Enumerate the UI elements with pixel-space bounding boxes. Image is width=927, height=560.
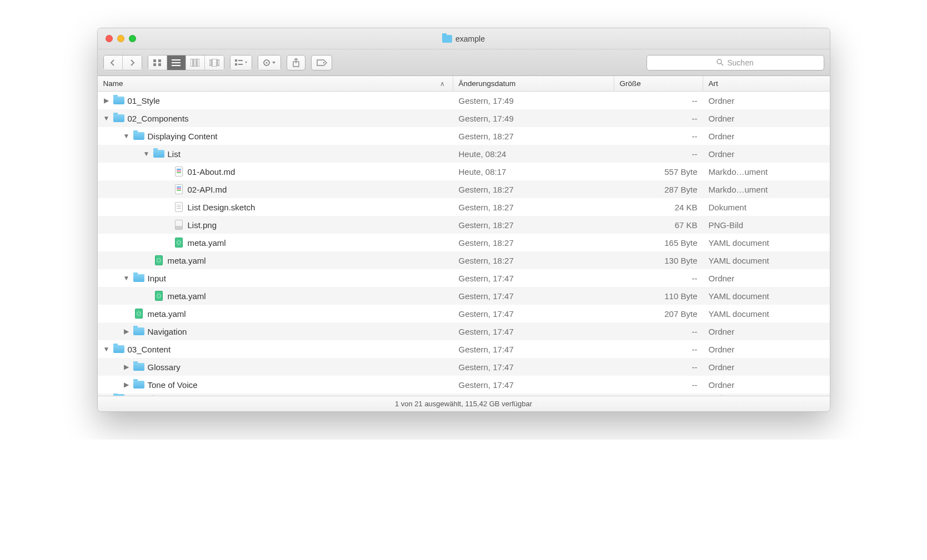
column-kind[interactable]: Art <box>703 76 830 91</box>
file-row[interactable]: List Design.sketchGestern, 18:2724 KBDok… <box>98 198 830 216</box>
zoom-button[interactable] <box>129 35 136 42</box>
file-name: meta.yaml <box>168 291 206 301</box>
gallery-view-button[interactable] <box>205 56 224 70</box>
file-row[interactable]: meta.yamlGestern, 18:27165 ByteYAML docu… <box>98 234 830 251</box>
column-header: Name ∧ Änderungsdatum Größe Art <box>98 76 830 92</box>
file-row[interactable]: ▶01_StyleGestern, 17:49--Ordner <box>98 92 830 109</box>
file-name: 01-About.md <box>188 167 235 176</box>
cell-date: Gestern, 18:27 <box>453 203 614 212</box>
file-list[interactable]: ▶01_StyleGestern, 17:49--Ordner▼02_Compo… <box>98 92 830 396</box>
cell-size: 207 Byte <box>614 309 703 319</box>
folder-icon <box>113 114 124 123</box>
svg-rect-9 <box>197 59 199 67</box>
folder-icon <box>133 132 144 140</box>
disclosure-triangle[interactable]: ▼ <box>103 345 110 353</box>
cell-name: ▶Glossary <box>98 362 453 372</box>
svg-rect-16 <box>238 64 243 65</box>
cell-kind: PNG-Bild <box>703 220 830 230</box>
file-row[interactable]: 01-About.mdHeute, 08:17557 ByteMarkdo…um… <box>98 163 830 180</box>
file-name: Navigation <box>148 327 187 336</box>
cell-name: ▼02_Components <box>98 114 453 123</box>
action-group <box>258 55 281 70</box>
file-row[interactable]: ▼02_ComponentsGestern, 17:49--Ordner <box>98 109 830 127</box>
file-row[interactable]: ▶NavigationGestern, 17:47--Ordner <box>98 322 830 340</box>
file-row[interactable]: meta.yamlGestern, 17:47110 ByteYAML docu… <box>98 287 830 305</box>
cell-size: -- <box>614 393 703 396</box>
close-button[interactable] <box>106 35 113 42</box>
cell-name: meta.yaml <box>98 291 453 301</box>
disclosure-triangle[interactable]: ▼ <box>143 150 150 158</box>
column-name[interactable]: Name ∧ <box>98 76 453 91</box>
disclosure-triangle[interactable]: ▼ <box>123 274 130 282</box>
list-view-button[interactable] <box>167 56 186 70</box>
column-view-button[interactable] <box>186 56 205 70</box>
cell-date: Gestern, 18:27 <box>453 238 614 248</box>
svg-rect-13 <box>235 59 237 62</box>
file-row[interactable]: ▶04_CultureGestern, 17:47--Ordner <box>98 393 830 396</box>
search-field[interactable]: Suchen <box>647 55 824 70</box>
file-row[interactable]: meta.yamlGestern, 17:47207 ByteYAML docu… <box>98 305 830 322</box>
file-name: Tone of Voice <box>148 380 198 390</box>
folder-icon <box>153 149 164 158</box>
cell-size: 67 KB <box>614 220 703 230</box>
file-row[interactable]: ▼03_ContentGestern, 17:47--Ordner <box>98 340 830 358</box>
file-row[interactable]: 02-API.mdGestern, 18:27287 ByteMarkdo…um… <box>98 180 830 198</box>
disclosure-triangle[interactable]: ▶ <box>123 381 130 389</box>
cell-date: Gestern, 18:27 <box>453 220 614 230</box>
file-row[interactable]: ▼Displaying ContentGestern, 18:27--Ordne… <box>98 127 830 145</box>
file-name: Glossary <box>148 362 181 372</box>
icon-view-button[interactable] <box>148 56 167 70</box>
file-row[interactable]: ▶GlossaryGestern, 17:47--Ordner <box>98 358 830 376</box>
forward-button[interactable] <box>123 56 142 70</box>
disclosure-triangle[interactable]: ▶ <box>103 394 110 396</box>
cell-size: -- <box>614 132 703 141</box>
file-row[interactable]: ▼InputGestern, 17:47--Ordner <box>98 269 830 287</box>
cell-kind: Ordner <box>703 274 830 283</box>
cell-size: -- <box>614 96 703 105</box>
cell-date: Gestern, 17:47 <box>453 362 614 372</box>
file-row[interactable]: List.pngGestern, 18:2767 KBPNG-Bild <box>98 216 830 234</box>
toolbar: Suchen <box>98 49 830 76</box>
cell-kind: Ordner <box>703 362 830 372</box>
cell-kind: YAML document <box>703 238 830 248</box>
cell-name: meta.yaml <box>98 256 453 265</box>
share-button[interactable] <box>287 55 305 70</box>
disclosure-triangle[interactable]: ▼ <box>103 114 110 122</box>
tags-button[interactable] <box>311 55 332 70</box>
back-button[interactable] <box>104 56 123 70</box>
file-row[interactable]: ▶Tone of VoiceGestern, 17:47--Ordner <box>98 376 830 393</box>
cell-name: 02-API.md <box>98 185 453 194</box>
disclosure-triangle[interactable]: ▶ <box>123 327 130 335</box>
folder-icon <box>133 362 144 371</box>
file-name: meta.yaml <box>188 238 226 248</box>
column-size[interactable]: Größe <box>614 76 703 91</box>
disclosure-triangle[interactable]: ▶ <box>123 363 130 371</box>
cell-size: 557 Byte <box>614 167 703 176</box>
svg-point-18 <box>265 62 267 63</box>
svg-rect-8 <box>194 59 196 67</box>
cell-kind: YAML document <box>703 309 830 319</box>
cell-date: Gestern, 18:27 <box>453 132 614 141</box>
svg-rect-10 <box>209 60 211 65</box>
cell-date: Gestern, 17:47 <box>453 327 614 336</box>
disclosure-triangle[interactable]: ▶ <box>103 97 110 104</box>
file-row[interactable]: meta.yamlGestern, 18:27130 ByteYAML docu… <box>98 251 830 269</box>
folder-icon <box>442 35 452 43</box>
svg-rect-5 <box>172 62 181 63</box>
column-date[interactable]: Änderungsdatum <box>453 76 614 91</box>
cell-date: Gestern, 17:47 <box>453 393 614 396</box>
svg-rect-2 <box>153 63 156 66</box>
cell-kind: Ordner <box>703 96 830 105</box>
svg-rect-15 <box>235 63 237 65</box>
action-button[interactable] <box>258 56 280 70</box>
arrange-group <box>230 55 252 70</box>
minimize-button[interactable] <box>117 35 124 42</box>
cell-kind: Ordner <box>703 132 830 141</box>
file-row[interactable]: ▼ListHeute, 08:24--Ordner <box>98 145 830 163</box>
yaml-file-icon <box>153 291 164 300</box>
folder-icon <box>113 96 124 105</box>
markdown-file-icon <box>173 185 184 194</box>
disclosure-triangle[interactable]: ▼ <box>123 132 130 140</box>
arrange-button[interactable] <box>231 56 252 70</box>
view-mode-buttons <box>148 55 224 70</box>
